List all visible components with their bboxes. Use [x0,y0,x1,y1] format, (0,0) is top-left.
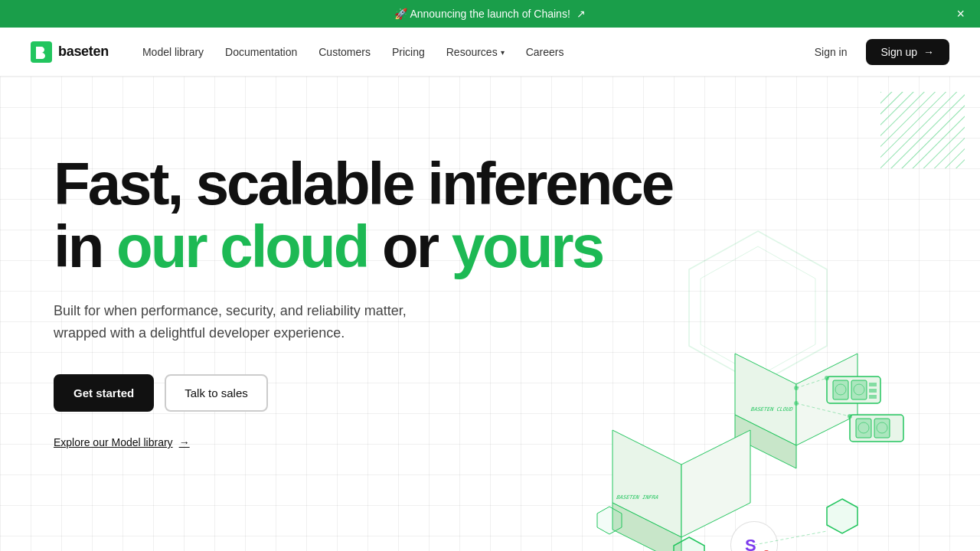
get-started-button[interactable]: Get started [54,374,154,412]
svg-line-35 [796,403,850,416]
svg-point-16 [731,522,777,551]
nav-links: Model library Documentation Customers Pr… [133,40,802,64]
svg-point-38 [794,401,799,406]
hero-subtitle: Built for when performance, security, an… [54,300,482,344]
svg-rect-2 [880,92,965,168]
hero-title-line2: in our cloud or yours [54,213,603,280]
hero-buttons: Get started Talk to sales [54,374,681,412]
svg-marker-5 [735,354,796,445]
nav-link-careers[interactable]: Careers [517,40,573,64]
logo-link[interactable]: baseten [31,41,109,63]
nav-link-resources[interactable]: Resources ▾ [437,40,514,64]
nav-link-model-library[interactable]: Model library [133,40,213,64]
sign-in-button[interactable]: Sign in [802,40,860,64]
explore-model-library-link[interactable]: Explore our Model library → [54,436,681,448]
svg-point-39 [825,376,829,380]
svg-marker-13 [674,537,704,551]
svg-rect-29 [850,415,903,442]
svg-rect-22 [833,380,848,399]
announcement-text: 🚀 Announcing the launch of Chains! ↗ [394,8,585,20]
nav-link-customers[interactable]: Customers [309,40,380,64]
logo-text: baseten [58,44,109,60]
svg-text:BASETEN CLOUD: BASETEN CLOUD [750,406,794,412]
hero-title-line1: Fast, scalable inference [54,150,672,217]
svg-point-33 [877,422,887,433]
svg-marker-7 [796,354,858,445]
announcement-banner: 🚀 Announcing the launch of Chains! ↗ × [0,0,980,28]
arrow-right-icon: → [179,436,190,448]
svg-point-27 [835,384,846,395]
svg-rect-31 [874,419,890,438]
svg-rect-23 [851,380,867,399]
announcement-link-icon: ↗ [577,8,586,20]
hero-section: Fast, scalable inference in our cloud or… [0,77,980,551]
nav-link-documentation[interactable]: Documentation [216,40,306,64]
chevron-down-icon: ▾ [501,48,505,57]
svg-marker-15 [597,507,622,534]
svg-point-28 [854,384,864,395]
svg-text:S: S [745,536,756,551]
svg-line-36 [754,531,827,545]
svg-rect-24 [869,383,877,386]
logo-icon [31,41,52,63]
svg-line-34 [796,378,827,388]
svg-rect-21 [827,377,880,403]
nav-link-pricing[interactable]: Pricing [383,40,434,64]
svg-point-32 [858,422,869,433]
sign-up-button[interactable]: Sign up → [866,39,949,65]
arrow-right-icon: → [923,46,934,58]
svg-text:BASETEN INFRA: BASETEN INFRA [616,494,661,500]
nav-actions: Sign in Sign up → [802,39,949,65]
svg-rect-30 [856,419,871,438]
talk-to-sales-button[interactable]: Talk to sales [165,374,268,412]
svg-point-17 [731,522,777,551]
stripes-decoration [880,92,965,168]
svg-point-40 [848,414,852,419]
hero-green-text-2: yours [452,213,603,280]
hero-title: Fast, scalable inference in our cloud or… [54,153,681,279]
hero-green-text-1: our cloud [116,213,368,280]
svg-marker-6 [735,415,796,468]
svg-rect-25 [869,389,877,393]
close-announcement-button[interactable]: × [956,7,965,21]
svg-marker-10 [612,503,681,551]
announcement-label: 🚀 Announcing the launch of Chains! [394,8,570,20]
svg-rect-26 [869,395,877,399]
svg-marker-14 [827,499,858,533]
hero-content: Fast, scalable inference in our cloud or… [0,77,735,494]
navbar: baseten Model library Documentation Cust… [0,28,980,77]
svg-point-37 [794,386,799,390]
